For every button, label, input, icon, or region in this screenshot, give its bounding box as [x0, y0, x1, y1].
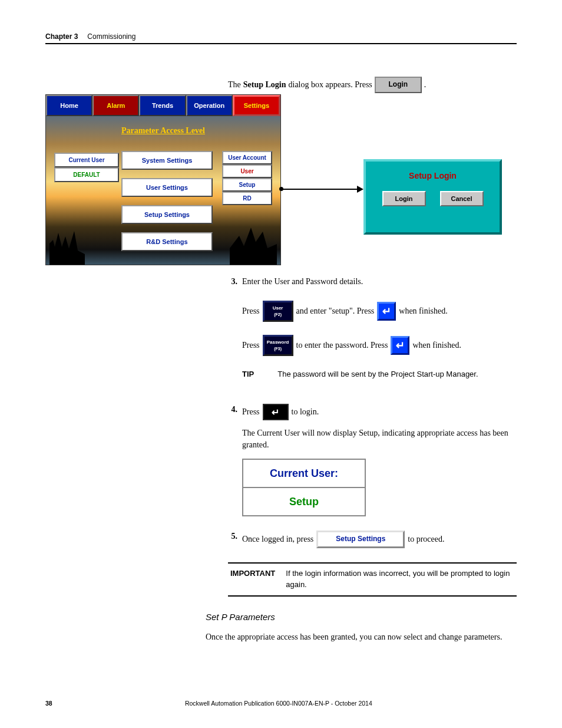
tip-label: TIP	[242, 369, 254, 380]
setup-login-title: Setup Login	[409, 171, 457, 180]
key-sub: (F3)	[274, 346, 282, 352]
key-label: User	[273, 305, 283, 312]
cancel-button[interactable]: Cancel	[440, 191, 484, 206]
login-button-inline[interactable]: Login	[375, 77, 422, 93]
chapter-title: Commissioning	[87, 32, 135, 41]
text: and enter "setup". Press	[296, 305, 375, 317]
key-sub: (F2)	[274, 312, 282, 318]
text: to enter the password. Press	[296, 340, 388, 351]
step-number: 5.	[228, 531, 237, 548]
step3-text: Enter the User and Password details.	[242, 277, 363, 286]
current-user-value: Setup	[243, 488, 365, 515]
user-row[interactable]: User	[222, 164, 272, 178]
text: when finished.	[399, 305, 447, 317]
step-3: 3. Enter the User and Password details. …	[228, 276, 517, 393]
setup-row[interactable]: Setup	[222, 178, 272, 192]
current-user-group: Current User DEFAULT	[54, 153, 119, 182]
text: when finished.	[412, 340, 461, 351]
parameter-access-label: Parameter Access Level	[46, 126, 280, 136]
step4-para: The Current User will now display Setup,…	[242, 427, 517, 452]
steps-column: 3. Enter the User and Password details. …	[228, 276, 517, 597]
page-header: Chapter 3 Commissioning	[45, 32, 517, 41]
arrow-head-icon	[357, 186, 363, 193]
rd-row[interactable]: RD	[222, 192, 272, 205]
tab-settings[interactable]: Settings	[233, 95, 280, 116]
screenshot-row: Home Alarm Trends Operation Settings Par…	[45, 94, 505, 265]
current-user-label: Current User	[54, 153, 119, 167]
tab-operation[interactable]: Operation	[186, 95, 233, 116]
enter-key-icon[interactable]: ↵	[377, 302, 396, 321]
text: Once logged in, press	[242, 533, 313, 545]
important-label: IMPORTANT	[230, 568, 275, 579]
step-body: Press ↵ to login. The Current User will …	[242, 404, 517, 516]
important-text: If the login information was incorrect, …	[286, 568, 514, 591]
user-f2-key[interactable]: User (F2)	[263, 301, 293, 322]
user-settings-button[interactable]: User Settings	[121, 178, 213, 197]
current-user-panel: Current User: Setup	[242, 459, 366, 516]
setup-login-dialog: Setup Login Login Cancel	[363, 159, 502, 235]
text: Press	[242, 340, 260, 351]
text: to proceed.	[408, 533, 444, 545]
enter-key-icon[interactable]: ↵	[263, 404, 289, 420]
oil-rig-silhouette-icon	[49, 229, 85, 265]
settings-buttons: System Settings User Settings Setup Sett…	[121, 151, 213, 251]
tab-home[interactable]: Home	[46, 95, 92, 116]
password-f3-key[interactable]: Password (F3)	[263, 335, 293, 356]
tip-text: The password will be sent by the Project…	[277, 369, 478, 380]
current-user-value: DEFAULT	[54, 167, 119, 182]
step5-row: Once logged in, press Setup Settings to …	[242, 531, 517, 548]
intro-text-pre: The	[228, 79, 241, 91]
text: Press	[242, 406, 260, 418]
step-number: 3.	[228, 276, 237, 393]
tab-alarm[interactable]: Alarm	[92, 95, 139, 116]
tip-row: TIP The password will be sent by the Pro…	[242, 369, 517, 380]
press-user-row: Press User (F2) and enter "setup". Press…	[242, 301, 517, 322]
user-account-group: User Account User Setup RD	[222, 151, 272, 205]
step-body: Enter the User and Password details. Pre…	[242, 276, 517, 393]
arrow-connector-icon	[281, 186, 363, 193]
chapter-number: Chapter 3	[45, 32, 78, 41]
text: to login.	[292, 406, 319, 418]
key-label: Password	[267, 339, 289, 346]
setup-login-buttonrow: Login Cancel	[382, 191, 484, 206]
section-heading: Set P Parameters	[206, 612, 517, 622]
login-button[interactable]: Login	[382, 191, 426, 206]
page-number: 38	[45, 700, 52, 707]
press-enter-login: Press ↵ to login.	[242, 404, 517, 420]
intro-tail: .	[424, 79, 427, 91]
rd-settings-button[interactable]: R&D Settings	[121, 232, 213, 251]
hmi-nav: Home Alarm Trends Operation Settings	[46, 95, 280, 116]
press-password-row: Press Password (F3) to enter the passwor…	[242, 335, 517, 356]
user-account-label: User Account	[222, 151, 272, 164]
setup-settings-button[interactable]: Setup Settings	[316, 531, 405, 548]
hmi-screenshot: Home Alarm Trends Operation Settings Par…	[45, 94, 281, 265]
step-5: 5. Once logged in, press Setup Settings …	[228, 531, 517, 548]
step-number: 4.	[228, 404, 237, 516]
tab-trends[interactable]: Trends	[139, 95, 186, 116]
intro-text-post: dialog box appears. Press	[289, 79, 372, 91]
section-para: Once the appropriate access has been gra…	[206, 633, 517, 642]
intro-text-bold: Setup Login	[243, 79, 286, 91]
header-rule	[45, 43, 517, 44]
important-callout: IMPORTANT If the login information was i…	[228, 562, 517, 597]
text: Press	[242, 305, 260, 317]
arrow-line-icon	[281, 189, 358, 190]
set-p-section: Set P Parameters Once the appropriate ac…	[206, 612, 517, 642]
current-user-label: Current User:	[243, 460, 365, 488]
oil-rig-silhouette-icon	[230, 223, 277, 265]
step-4: 4. Press ↵ to login. The Current User wi…	[228, 404, 517, 516]
enter-key-icon[interactable]: ↵	[391, 336, 409, 355]
setup-settings-button[interactable]: Setup Settings	[121, 205, 213, 224]
system-settings-button[interactable]: System Settings	[121, 151, 213, 170]
intro-line: The Setup Login dialog box appears. Pres…	[228, 77, 517, 93]
publication-id: Rockwell Automation Publication 6000-IN0…	[52, 700, 505, 707]
page-footer: 38 Rockwell Automation Publication 6000-…	[45, 700, 517, 707]
